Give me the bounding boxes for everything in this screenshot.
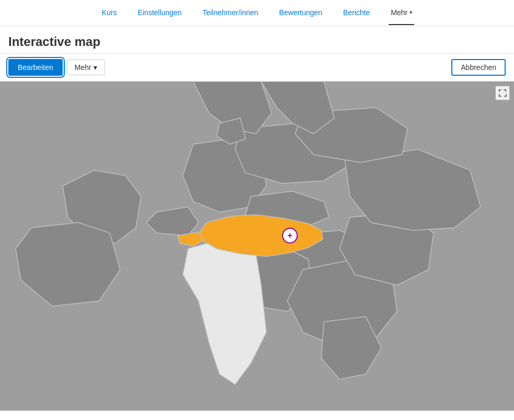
nav-item-berichte[interactable]: Berichte (341, 1, 372, 25)
toolbar-left: Bearbeiten Mehr ▾ (8, 59, 105, 76)
nav-item-einstellungen[interactable]: Einstellungen (136, 1, 184, 25)
chevron-down-icon: ▾ (94, 63, 97, 72)
abbrechen-button[interactable]: Abbrechen (451, 59, 506, 76)
toolbar-right: Abbrechen (451, 59, 506, 76)
nav-item-teilnehmer[interactable]: Teilnehmer/innen (201, 1, 261, 25)
chevron-down-icon: ▾ (410, 9, 412, 15)
toolbar: Bearbeiten Mehr ▾ Abbrechen (0, 54, 514, 81)
mehr-dropdown-button[interactable]: Mehr ▾ (67, 60, 105, 75)
nav-item-kurs[interactable]: Kurs (100, 1, 119, 25)
page-title: Interactive map (8, 34, 506, 49)
page-header: Interactive map (0, 26, 514, 54)
europe-map: + (0, 81, 514, 411)
nav-item-bewertungen[interactable]: Bewertungen (277, 1, 324, 25)
map-container[interactable]: + (0, 81, 514, 411)
svg-text:+: + (287, 231, 292, 240)
fullscreen-button[interactable] (495, 86, 510, 100)
bearbeiten-button[interactable]: Bearbeiten (8, 59, 63, 76)
top-navigation: Kurs Einstellungen Teilnehmer/innen Bewe… (0, 0, 514, 26)
nav-item-mehr[interactable]: Mehr ▾ (389, 1, 414, 25)
